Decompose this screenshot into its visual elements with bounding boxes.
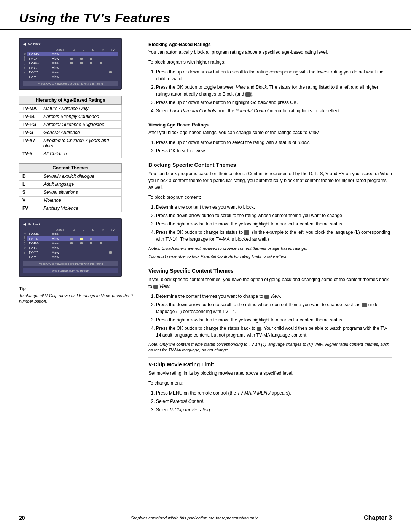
tip-section: Tip To change all V-Chip movie or TV rat… bbox=[19, 283, 137, 305]
viewing-specific-title: Viewing Specific Content Themes bbox=[148, 268, 392, 274]
age-rating-row: TV-YAll Children bbox=[19, 150, 122, 158]
right-column: Blocking Age-Based Ratings You can autom… bbox=[148, 38, 392, 417]
tv-screen-inner-1: V-Chip TV Rating Status D L S bbox=[23, 48, 118, 79]
age-desc: All Children bbox=[40, 150, 122, 158]
status2-ma: View bbox=[51, 232, 69, 236]
age-code: TV-PG bbox=[19, 121, 40, 129]
theme-code: L bbox=[19, 181, 40, 189]
col-l: L bbox=[79, 48, 88, 52]
theme-code: FV bbox=[19, 204, 40, 212]
page: Using the TV's Features ◀ Go back V-Chip… bbox=[0, 0, 411, 532]
status2-g: View bbox=[51, 246, 69, 250]
rating-ma: TV-MA bbox=[27, 52, 51, 56]
block-icon bbox=[245, 92, 251, 97]
tv2-row-y: TV-Y View bbox=[27, 255, 118, 259]
tv-ratings-table-1: Status D L S V FV TV-MA bbox=[27, 48, 118, 79]
rating2-y7: TV-Y7 bbox=[27, 250, 51, 255]
side-label-col-1: V-Chip TV Rating bbox=[23, 48, 26, 79]
left-column: ◀ Go back V-Chip TV Rating Status bbox=[19, 38, 137, 417]
blocking-note-1: Notes: Broadcasters are not required to … bbox=[148, 246, 392, 251]
content-theme-row: DSexually explicit dialogue bbox=[19, 173, 122, 181]
tv-row-y: TV-Y View bbox=[27, 75, 118, 79]
tv2-row-y7: TV-Y7 View bbox=[27, 250, 118, 255]
age-desc: Parental Guidance Suggested bbox=[40, 121, 122, 129]
vchip-intro: Set movie rating limits by blocking movi… bbox=[148, 370, 392, 377]
v2-pg bbox=[98, 241, 108, 246]
d-14 bbox=[69, 56, 78, 61]
col2-s: S bbox=[88, 228, 98, 232]
viewing-age-steps: Press the up or down arrow button to sel… bbox=[148, 139, 392, 154]
fv2-14 bbox=[108, 236, 118, 241]
viewing-specific-step-1: Determine the content themes you want to… bbox=[156, 293, 392, 300]
l-14 bbox=[79, 56, 88, 61]
viewing-age-title: Viewing Age-Based Ratings bbox=[148, 122, 392, 128]
footer-center-text: Graphics contained within this publicati… bbox=[131, 516, 258, 520]
page-title: Using the TV's Features bbox=[19, 11, 392, 26]
status2-14: View bbox=[51, 236, 69, 241]
status2-y7: View bbox=[51, 250, 69, 255]
lock-icon bbox=[362, 303, 367, 307]
age-rating-row: TV-Y7Directed to Children 7 years and ol… bbox=[19, 137, 122, 150]
content-themes-table: Content Themes DSexually explicit dialog… bbox=[19, 163, 122, 212]
go-back-label-1: Go back bbox=[28, 42, 41, 46]
content-theme-row: VViolence bbox=[19, 197, 122, 204]
blocking-specific-intro: You can block programs based on their co… bbox=[148, 170, 392, 191]
dots2-y bbox=[69, 255, 118, 259]
viewing-age-section: Viewing Age-Based Ratings After you bloc… bbox=[148, 118, 392, 154]
tv-screen-inner-2: V-Chip TV Rating Status D L S bbox=[23, 228, 118, 259]
blocking-age-steps: Press the up or down arrow button to scr… bbox=[148, 69, 392, 114]
viewing-specific-step-2: Press the down arrow button to scroll to… bbox=[156, 301, 392, 315]
blocking-age-step-2: Press the OK button to toggle between Vi… bbox=[156, 84, 392, 97]
rating2-14: TV-14 bbox=[27, 236, 51, 241]
go-back-label-2: Go back bbox=[28, 222, 41, 226]
rating2-pg: TV-PG bbox=[27, 241, 51, 246]
theme-code: S bbox=[19, 189, 40, 197]
content-theme-row: SSexual situations bbox=[19, 189, 122, 197]
fv2-y7 bbox=[108, 250, 118, 255]
blocking-specific-title: Blocking Specific Content Themes bbox=[148, 162, 392, 168]
fv-pg bbox=[108, 61, 118, 66]
age-code: TV-14 bbox=[19, 113, 40, 121]
dots-y bbox=[69, 75, 118, 79]
fv-y7 bbox=[108, 70, 118, 75]
rating-g: TV-G bbox=[27, 66, 51, 70]
side-label-1: V-Chip TV Rating bbox=[23, 53, 26, 74]
dots2-ma bbox=[69, 232, 118, 236]
rating-pg: TV-PG bbox=[27, 61, 51, 66]
status-bar-1: Press OK to view/block programs with thi… bbox=[23, 81, 118, 86]
theme-desc: Sexually explicit dialogue bbox=[40, 173, 122, 181]
age-desc: Mature Audience Only bbox=[40, 105, 122, 113]
vchip-step-3: Select V-Chip movie rating. bbox=[156, 406, 392, 413]
go-back-row-1: ◀ Go back bbox=[23, 42, 118, 46]
rating-y: TV-Y bbox=[27, 75, 51, 79]
status-bar-2b: that contain adult language bbox=[23, 268, 118, 273]
status-y7: View bbox=[51, 70, 69, 75]
blocking-specific-step-4: Press the OK button to change its status… bbox=[156, 229, 392, 243]
viewing-age-intro: After you block age-based ratings, you c… bbox=[148, 129, 392, 136]
blocking-age-section: Blocking Age-Based Ratings You can autom… bbox=[148, 38, 392, 114]
status2-pg: View bbox=[51, 241, 69, 246]
theme-desc: Fantasy Violence bbox=[40, 204, 122, 212]
col2-l: L bbox=[79, 228, 88, 232]
rating2-g: TV-G bbox=[27, 246, 51, 250]
blocking-specific-step-3: Press the right arrow button to move the… bbox=[156, 220, 392, 227]
blocking-note-2: You must remember to lock Parental Contr… bbox=[148, 254, 392, 259]
vchip-subtext: To change menu: bbox=[148, 380, 392, 387]
tv2-row-g: TV-G View bbox=[27, 246, 118, 250]
tv2-row-ma: TV-MA View bbox=[27, 232, 118, 236]
dots-y7 bbox=[69, 70, 108, 75]
d2-pg bbox=[69, 241, 78, 246]
side-label-2: V-Chip TV Rating bbox=[23, 233, 26, 254]
theme-code: V bbox=[19, 197, 40, 204]
status-g: View bbox=[51, 66, 69, 70]
col2-d: D bbox=[69, 228, 78, 232]
col-s: S bbox=[88, 48, 98, 52]
blocking-age-step-1: Press the up or down arrow button to scr… bbox=[156, 69, 392, 82]
tv-screen-2: ◀ Go back V-Chip TV Rating Status bbox=[19, 218, 122, 277]
tv-row-14: TV-14 View bbox=[27, 56, 118, 61]
tip-text: To change all V-Chip movie or TV ratings… bbox=[19, 293, 137, 305]
tv-content-2: Status D L S V FV TV-MA bbox=[27, 228, 118, 259]
age-code: TV-MA bbox=[19, 105, 40, 113]
dots2-g bbox=[69, 246, 118, 250]
blocking-age-subtext: To block programs with higher ratings: bbox=[148, 59, 392, 66]
